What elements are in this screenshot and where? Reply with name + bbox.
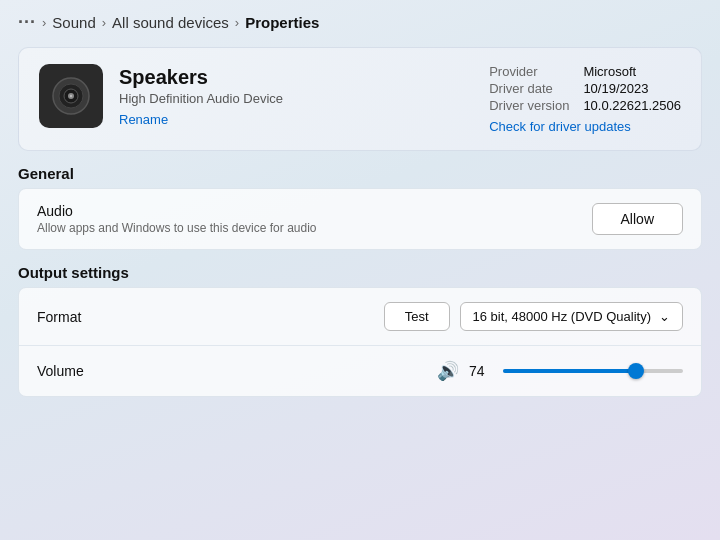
test-button[interactable]: Test (384, 302, 450, 331)
driver-version-label: Driver version (489, 98, 569, 113)
driver-update-link[interactable]: Check for driver updates (489, 119, 681, 134)
breadcrumb-all-sound-devices[interactable]: All sound devices (112, 14, 229, 31)
chevron-icon-1: › (42, 15, 46, 30)
chevron-icon-3: › (235, 15, 239, 30)
breadcrumb: ··· › Sound › All sound devices › Proper… (18, 12, 702, 33)
device-meta: Provider Microsoft Driver date 10/19/202… (489, 64, 681, 134)
breadcrumb-properties: Properties (245, 14, 319, 31)
volume-value: 74 (469, 363, 493, 379)
general-section-header: General (18, 165, 702, 182)
output-section-header: Output settings (18, 264, 702, 281)
device-card: Speakers High Definition Audio Device Re… (18, 47, 702, 151)
general-section: General Audio Allow apps and Windows to … (18, 165, 702, 250)
volume-icon: 🔊 (437, 360, 459, 382)
format-title: Format (37, 309, 81, 325)
audio-description: Allow apps and Windows to use this devic… (37, 221, 317, 235)
breadcrumb-sound[interactable]: Sound (52, 14, 95, 31)
general-settings-card: Audio Allow apps and Windows to use this… (18, 188, 702, 250)
output-settings-card: Format Test 16 bit, 48000 Hz (DVD Qualit… (18, 287, 702, 397)
format-row: Format Test 16 bit, 48000 Hz (DVD Qualit… (19, 288, 701, 345)
provider-value: Microsoft (583, 64, 681, 79)
volume-slider-fill (503, 369, 636, 373)
format-select-value: 16 bit, 48000 Hz (DVD Quality) (473, 309, 651, 324)
rename-link[interactable]: Rename (119, 112, 283, 127)
output-section: Output settings Format Test 16 bit, 4800… (18, 264, 702, 397)
chevron-icon-2: › (102, 15, 106, 30)
driver-date-value: 10/19/2023 (583, 81, 681, 96)
speaker-device-icon (39, 64, 103, 128)
volume-slider-thumb[interactable] (628, 363, 644, 379)
svg-point-4 (70, 95, 72, 97)
provider-label: Provider (489, 64, 569, 79)
driver-version-value: 10.0.22621.2506 (583, 98, 681, 113)
driver-date-label: Driver date (489, 81, 569, 96)
volume-row: Volume 🔊 74 (19, 345, 701, 396)
volume-slider[interactable] (503, 369, 683, 373)
device-name: Speakers (119, 66, 283, 89)
volume-title: Volume (37, 363, 84, 379)
format-select[interactable]: 16 bit, 48000 Hz (DVD Quality) ⌄ (460, 302, 683, 331)
allow-button[interactable]: Allow (592, 203, 683, 235)
breadcrumb-dots[interactable]: ··· (18, 12, 36, 33)
device-subtitle: High Definition Audio Device (119, 91, 283, 106)
audio-row: Audio Allow apps and Windows to use this… (19, 189, 701, 249)
audio-title: Audio (37, 203, 317, 219)
chevron-down-icon: ⌄ (659, 309, 670, 324)
